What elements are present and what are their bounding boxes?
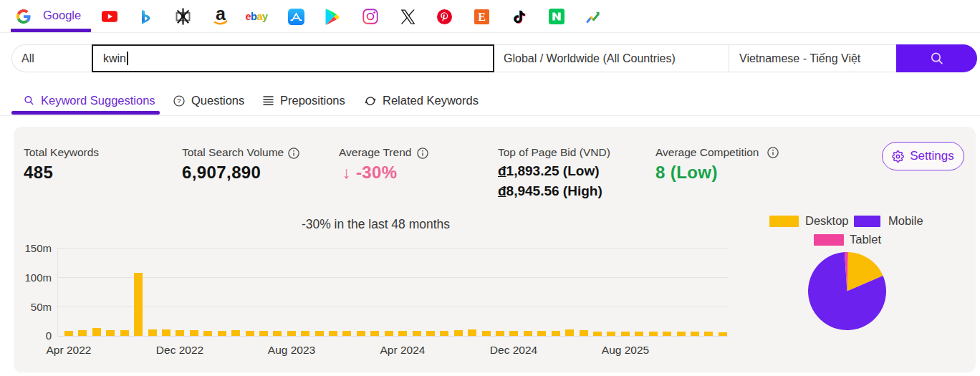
svg-text:?: ? xyxy=(177,97,181,105)
svg-text:a: a xyxy=(216,7,226,24)
svg-text:E: E xyxy=(478,11,486,23)
